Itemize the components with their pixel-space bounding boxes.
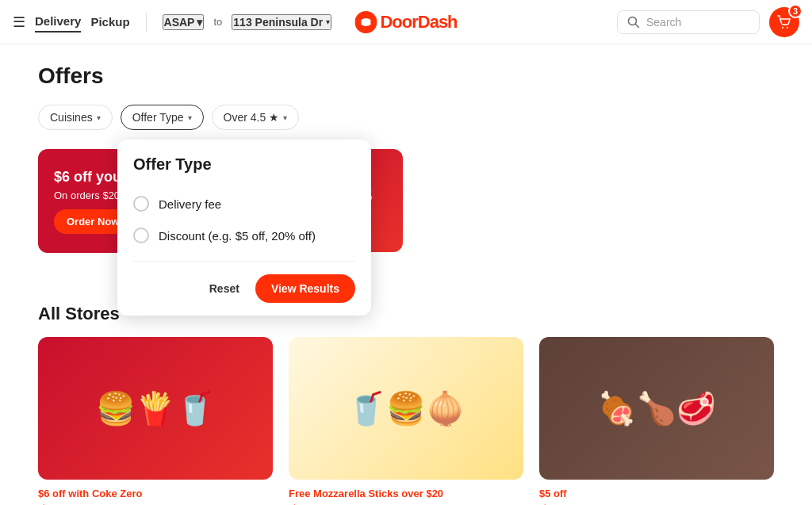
store-card-sonic[interactable]: 🥤🍔🧅 Free Mozzarella Sticks over $20 ⬡ So…	[289, 337, 523, 505]
dropdown-divider	[133, 261, 355, 262]
nav-delivery[interactable]: Delivery	[35, 11, 81, 33]
discount-option[interactable]: Discount (e.g. $5 off, 20% off)	[133, 220, 355, 251]
dropdown-actions: Reset View Results	[133, 271, 355, 303]
main-content: Offers Cuisines ▾ Offer Type ▾ Over 4.5 …	[0, 44, 812, 505]
rating-filter[interactable]: Over 4.5 ★ ▾	[212, 105, 300, 130]
sonic-promo: Free Mozzarella Sticks over $20	[289, 488, 523, 499]
store-card-smokey[interactable]: 🍖🍗🥩 $5 off ⬡ Smokey Bones Bar & Fire Gri…	[539, 337, 774, 505]
smokey-image: 🍖🍗🥩	[539, 337, 774, 480]
filters-bar: Cuisines ▾ Offer Type ▾ Over 4.5 ★ ▾ Off…	[38, 105, 774, 130]
logo[interactable]: DoorDash	[354, 11, 457, 33]
view-results-button[interactable]: View Results	[255, 274, 355, 303]
search-icon	[627, 16, 640, 29]
header-left: ☰ Delivery Pickup ASAP ▾ to 113 Peninsul…	[13, 11, 331, 33]
search-placeholder: Search	[646, 16, 681, 29]
delivery-fee-option[interactable]: Delivery fee	[133, 188, 355, 220]
search-box[interactable]: Search	[617, 10, 760, 34]
stores-grid: 🍔🍟🥤 $6 off with Coke Zero ⬡ Wendy's $ • …	[38, 337, 774, 505]
reset-button[interactable]: Reset	[206, 276, 243, 301]
header: ☰ Delivery Pickup ASAP ▾ to 113 Peninsul…	[0, 0, 812, 44]
offer-type-dropdown: Offer Type Delivery fee Discount (e.g. $…	[117, 140, 371, 316]
cart-count: 3	[788, 4, 802, 18]
dropdown-title: Offer Type	[133, 155, 355, 174]
cart-button[interactable]: 3	[769, 7, 799, 37]
cuisines-filter[interactable]: Cuisines ▾	[38, 105, 113, 130]
menu-icon[interactable]: ☰	[13, 13, 25, 31]
sonic-image: 🥤🍔🧅	[289, 337, 523, 480]
discount-label: Discount (e.g. $5 off, 20% off)	[159, 229, 316, 243]
nav-divider	[146, 13, 147, 32]
address-button[interactable]: 113 Peninsula Dr ▾	[232, 14, 331, 30]
wendys-image: 🍔🍟🥤	[38, 337, 273, 480]
svg-point-4	[787, 27, 788, 29]
svg-point-3	[782, 27, 783, 29]
svg-line-2	[636, 24, 639, 27]
wendys-promo: $6 off with Coke Zero	[38, 488, 273, 499]
delivery-fee-label: Delivery fee	[159, 197, 221, 211]
smokey-promo: $5 off	[539, 488, 774, 499]
doordash-logo: DoorDash	[354, 11, 457, 33]
offer-type-filter[interactable]: Offer Type ▾	[121, 105, 204, 130]
delivery-fee-radio[interactable]	[133, 196, 149, 212]
cart-icon	[777, 15, 791, 29]
store-card-wendys[interactable]: 🍔🍟🥤 $6 off with Coke Zero ⬡ Wendy's $ • …	[38, 337, 273, 505]
page-title: Offers	[38, 63, 774, 89]
asap-button[interactable]: ASAP ▾	[163, 14, 205, 30]
nav-pickup[interactable]: Pickup	[90, 12, 129, 32]
to-label: to	[213, 16, 222, 28]
header-right: Search 3	[617, 7, 799, 37]
discount-radio[interactable]	[133, 228, 149, 243]
